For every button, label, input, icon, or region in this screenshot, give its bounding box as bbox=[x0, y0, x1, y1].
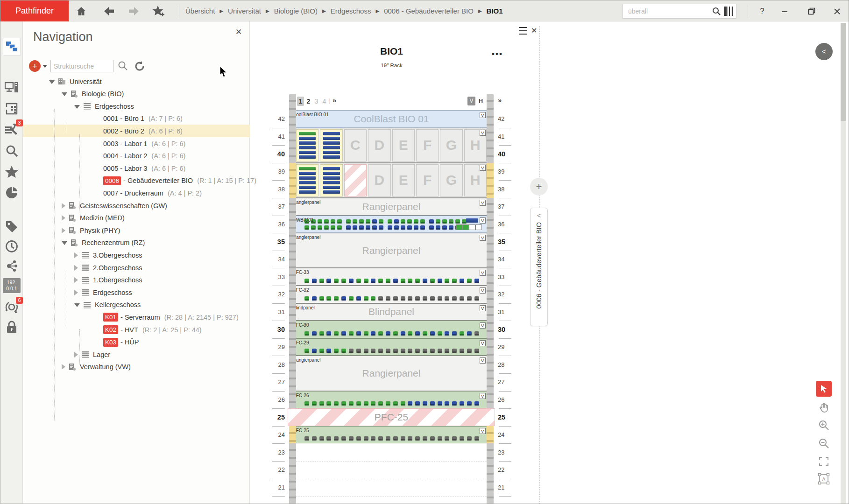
tree-item[interactable]: 0006- Gebäudeverteiler BIO(R: 1 | A: 15 … bbox=[23, 175, 250, 187]
port-icon[interactable] bbox=[429, 225, 434, 230]
port-icon[interactable] bbox=[366, 219, 370, 224]
port-icon[interactable] bbox=[366, 225, 370, 230]
port-icon[interactable] bbox=[311, 225, 316, 230]
port-icon[interactable] bbox=[349, 279, 354, 283]
port-icon[interactable] bbox=[445, 331, 449, 336]
collapse-sidebar-button[interactable]: < bbox=[815, 43, 833, 60]
module-slot-occupied[interactable] bbox=[296, 164, 318, 196]
collapsed-arrow-icon[interactable] bbox=[62, 228, 65, 233]
zoom-out-icon[interactable] bbox=[816, 435, 832, 451]
tree-item[interactable]: 1.Obergeschoss bbox=[23, 274, 250, 287]
forward-icon[interactable] bbox=[127, 4, 141, 18]
unit-v-checkbox[interactable]: V bbox=[480, 322, 486, 329]
port-icon[interactable] bbox=[414, 225, 418, 230]
port-icon[interactable] bbox=[319, 296, 324, 301]
port-icon[interactable] bbox=[371, 436, 375, 441]
port-icon[interactable] bbox=[407, 219, 412, 224]
port-icon[interactable] bbox=[393, 331, 398, 336]
port-icon[interactable] bbox=[449, 225, 453, 230]
port-icon[interactable] bbox=[319, 349, 324, 353]
port-icon[interactable] bbox=[319, 331, 324, 336]
rack-unit-pfc-29[interactable]: PFC-29VH bbox=[289, 338, 494, 356]
port-icon[interactable] bbox=[356, 279, 361, 283]
port-icon[interactable] bbox=[442, 225, 447, 230]
port-icon[interactable] bbox=[408, 401, 412, 406]
unit-v-checkbox[interactable]: V bbox=[480, 112, 486, 118]
port-icon[interactable] bbox=[334, 401, 339, 406]
port-icon[interactable] bbox=[429, 219, 434, 224]
port-icon[interactable] bbox=[341, 349, 346, 353]
port-icon[interactable] bbox=[364, 331, 368, 336]
expanded-arrow-icon[interactable] bbox=[62, 241, 67, 245]
tree-item[interactable]: Lager bbox=[23, 348, 250, 361]
rack-unit-rangierpanel[interactable]: RangierpanelRangierpanelVH bbox=[289, 233, 494, 268]
port-icon[interactable] bbox=[379, 219, 383, 224]
port-icon[interactable] bbox=[386, 349, 390, 353]
port-icon[interactable] bbox=[371, 296, 375, 301]
rack-unit-rangierpanel[interactable]: RangierpanelRangierpanelVH bbox=[289, 198, 494, 216]
add-rack-button[interactable]: + bbox=[530, 178, 548, 196]
port-icon[interactable] bbox=[445, 349, 449, 353]
port-icon[interactable] bbox=[371, 331, 375, 336]
rack-unit-coolblast-bio-01[interactable]: CoolBlast BIO 01CoolBlast BIO 01VH bbox=[289, 110, 494, 128]
port-icon[interactable] bbox=[460, 349, 464, 353]
port-icon[interactable] bbox=[393, 436, 398, 441]
port-icon[interactable] bbox=[331, 225, 335, 230]
tree-item[interactable]: K03- HÜP bbox=[23, 336, 250, 349]
port-icon[interactable] bbox=[430, 279, 435, 283]
tree-item[interactable]: 2.Obergeschoss bbox=[23, 261, 250, 274]
rack-unit-unit[interactable]: VHDEFGH bbox=[289, 163, 494, 198]
port-icon[interactable] bbox=[319, 436, 324, 441]
tags-icon[interactable] bbox=[3, 218, 20, 235]
port-icon[interactable] bbox=[318, 219, 322, 224]
port-icon[interactable] bbox=[423, 279, 427, 283]
port-icon[interactable] bbox=[304, 436, 309, 441]
port-icon[interactable] bbox=[356, 436, 361, 441]
port-icon[interactable] bbox=[378, 296, 383, 301]
location-side-tab[interactable]: < 0006 - Gebäudeverteiler BIO bbox=[530, 208, 548, 326]
rack-unit-pfc-32[interactable]: PFC-32VH bbox=[289, 286, 494, 303]
port-icon[interactable] bbox=[378, 279, 383, 283]
port-icon[interactable] bbox=[324, 219, 329, 224]
port-icon[interactable] bbox=[326, 349, 331, 353]
back-icon[interactable] bbox=[102, 4, 116, 18]
port-icon[interactable] bbox=[474, 401, 479, 406]
unit-v-checkbox[interactable]: V bbox=[480, 340, 486, 346]
port-icon[interactable] bbox=[401, 279, 405, 283]
port-icon[interactable] bbox=[474, 331, 479, 336]
tree-item[interactable]: 0007 - Druckerraum(A: 4 | P: 2) bbox=[23, 187, 250, 199]
port-icon[interactable] bbox=[401, 349, 405, 353]
port-icon[interactable] bbox=[349, 331, 354, 336]
port-icon[interactable] bbox=[420, 219, 425, 224]
port-icon[interactable] bbox=[407, 225, 412, 230]
port-icon[interactable] bbox=[326, 296, 331, 301]
connections-icon[interactable]: 6 bbox=[3, 299, 20, 315]
rack-unit-pfc-25[interactable]: PFC-25VH bbox=[289, 426, 494, 444]
port-icon[interactable] bbox=[436, 225, 440, 230]
port-icon[interactable] bbox=[460, 296, 464, 301]
add-node-button[interactable]: + bbox=[29, 60, 41, 72]
port-icon[interactable] bbox=[408, 436, 412, 441]
port-icon[interactable] bbox=[324, 225, 329, 230]
rack-page-1[interactable]: 1 bbox=[297, 97, 304, 106]
collapsed-arrow-icon[interactable] bbox=[62, 203, 65, 209]
port-icon[interactable] bbox=[415, 349, 420, 353]
port-icon[interactable] bbox=[304, 331, 309, 336]
port-icon[interactable] bbox=[334, 349, 339, 353]
port-icon[interactable] bbox=[388, 225, 392, 230]
rack-unit-unit[interactable]: VHCDEFGH bbox=[289, 128, 494, 163]
port-icon[interactable] bbox=[304, 401, 309, 406]
collapsed-arrow-icon[interactable] bbox=[74, 252, 78, 258]
tree-item[interactable]: Biologie (BIO) bbox=[23, 88, 250, 100]
collapsed-arrow-icon[interactable] bbox=[62, 215, 65, 221]
port-icon[interactable] bbox=[312, 279, 317, 283]
port-icon[interactable] bbox=[371, 401, 375, 406]
port-icon[interactable] bbox=[386, 296, 390, 301]
port-icon[interactable] bbox=[467, 436, 472, 441]
rack-page-4[interactable]: 4 bbox=[321, 97, 328, 106]
port-icon[interactable] bbox=[359, 225, 364, 230]
rack-unit-pfc-33[interactable]: PFC-33VH bbox=[289, 268, 494, 286]
navigation-close-icon[interactable]: ✕ bbox=[235, 27, 242, 37]
port-icon[interactable] bbox=[304, 279, 309, 283]
port-icon[interactable] bbox=[460, 436, 464, 441]
